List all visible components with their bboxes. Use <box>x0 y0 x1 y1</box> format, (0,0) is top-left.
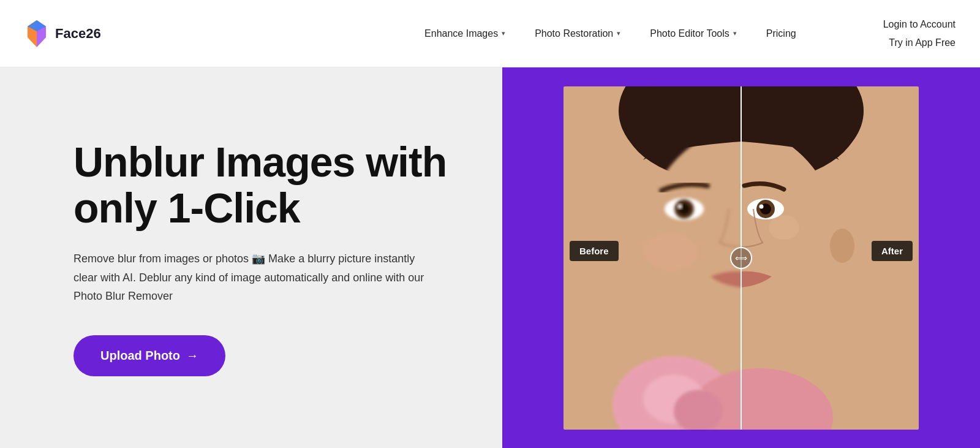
arrow-right-icon: → <box>186 349 198 363</box>
main-nav: Enhance Images ▾ Photo Restoration ▾ Pho… <box>410 21 811 47</box>
image-compare-container: ⟺ Before After <box>564 86 919 430</box>
logo-area[interactable]: Face26 <box>24 19 101 48</box>
nav-label-enhance: Enhance Images <box>424 28 498 39</box>
nav-label-restoration: Photo Restoration <box>535 28 613 39</box>
upload-button-label: Upload Photo <box>100 349 180 363</box>
svg-point-34 <box>769 215 799 240</box>
left-panel: Unblur Images with only 1-Click Remove b… <box>0 67 502 448</box>
nav-item-pricing[interactable]: Pricing <box>752 21 811 47</box>
svg-point-33 <box>830 229 854 263</box>
nav-item-enhance-images[interactable]: Enhance Images ▾ <box>410 21 520 47</box>
right-panel: ⟺ Before After <box>502 67 980 448</box>
try-app-button[interactable]: Try in App Free <box>889 35 956 51</box>
login-link[interactable]: Login to Account <box>883 17 956 32</box>
svg-point-15 <box>643 233 698 270</box>
logo-text: Face26 <box>55 26 101 42</box>
logo-icon <box>24 19 49 48</box>
upload-photo-button[interactable]: Upload Photo → <box>74 335 225 376</box>
nav-item-photo-restoration[interactable]: Photo Restoration ▾ <box>520 21 635 47</box>
nav-right: Login to Account Try in App Free <box>883 17 956 51</box>
main-content: Unblur Images with only 1-Click Remove b… <box>0 67 980 448</box>
chevron-down-icon: ▾ <box>733 29 737 37</box>
nav-label-pricing: Pricing <box>766 28 796 39</box>
svg-point-27 <box>760 204 764 208</box>
header: Face26 Enhance Images ▾ Photo Restoratio… <box>0 0 980 67</box>
nav-item-photo-editor-tools[interactable]: Photo Editor Tools ▾ <box>635 21 752 47</box>
nav-label-tools: Photo Editor Tools <box>650 28 729 39</box>
before-label: Before <box>570 241 619 261</box>
chevron-down-icon: ▾ <box>617 29 620 37</box>
compare-slider-handle[interactable]: ⟺ <box>730 247 752 269</box>
hero-title: Unblur Images with only 1-Click <box>74 139 453 231</box>
svg-point-7 <box>677 204 682 209</box>
hero-subtitle: Remove blur from images or photos 📷 Make… <box>74 249 441 306</box>
chevron-down-icon: ▾ <box>502 29 505 37</box>
after-label: After <box>872 241 913 261</box>
